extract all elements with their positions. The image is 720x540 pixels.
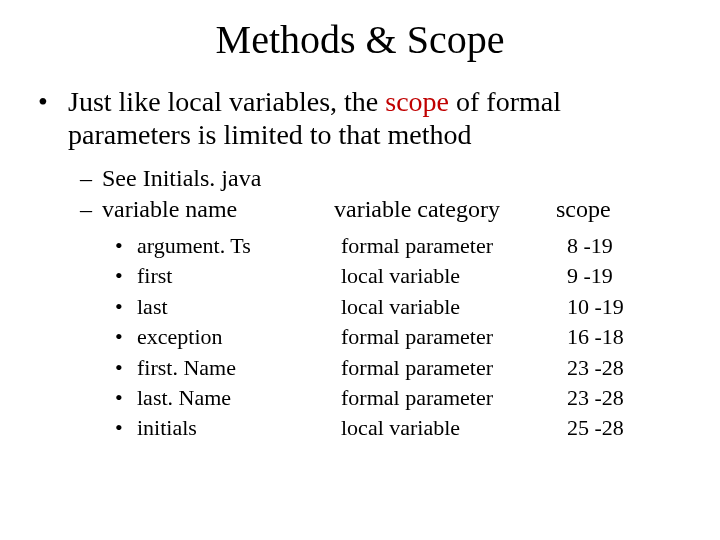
cell-scope: 10 -19 bbox=[567, 292, 657, 322]
cell-scope: 25 -28 bbox=[567, 413, 657, 443]
cell-cat: formal parameter bbox=[329, 322, 567, 352]
cell-scope: 23 -28 bbox=[567, 383, 657, 413]
bullet-dot-icon: • bbox=[115, 353, 137, 383]
cell-name: exception bbox=[137, 322, 329, 352]
cell-cat: local variable bbox=[329, 413, 567, 443]
slide: Methods & Scope • Just like local variab… bbox=[0, 16, 720, 540]
sub1-text: See Initials. java bbox=[102, 165, 261, 192]
bullet-dot-icon: • bbox=[38, 85, 68, 151]
header-scope: scope bbox=[556, 196, 720, 223]
bullet-dot-icon: • bbox=[115, 383, 137, 413]
table-row: • exception formal parameter 16 -18 bbox=[115, 322, 720, 352]
cell-scope: 16 -18 bbox=[567, 322, 657, 352]
scope-word: scope bbox=[385, 86, 449, 117]
slide-title: Methods & Scope bbox=[0, 16, 720, 63]
variable-table: • argument. Ts formal parameter 8 -19 • … bbox=[0, 231, 720, 444]
cell-name: first bbox=[137, 261, 329, 291]
bullet-level1: • Just like local variables, the scope o… bbox=[0, 85, 720, 151]
cell-name: argument. Ts bbox=[137, 231, 329, 261]
cell-scope: 23 -28 bbox=[567, 353, 657, 383]
table-row: • last local variable 10 -19 bbox=[115, 292, 720, 322]
table-header-row: – variable name variable category scope bbox=[80, 196, 720, 223]
bullet-dot-icon: • bbox=[115, 261, 137, 291]
header-category: variable category bbox=[334, 196, 556, 223]
cell-cat: formal parameter bbox=[329, 383, 567, 413]
cell-name: initials bbox=[137, 413, 329, 443]
table-row: • last. Name formal parameter 23 -28 bbox=[115, 383, 720, 413]
sub-bullets: – See Initials. java – variable name var… bbox=[0, 165, 720, 223]
cell-cat: local variable bbox=[329, 292, 567, 322]
bullet-dot-icon: • bbox=[115, 322, 137, 352]
bullet-dot-icon: • bbox=[115, 292, 137, 322]
table-row: • argument. Ts formal parameter 8 -19 bbox=[115, 231, 720, 261]
dash-icon: – bbox=[80, 165, 102, 192]
sub-bullet-see: – See Initials. java bbox=[80, 165, 720, 192]
cell-name: first. Name bbox=[137, 353, 329, 383]
bullet-text: Just like local variables, the scope of … bbox=[68, 85, 720, 151]
bullet-dot-icon: • bbox=[115, 231, 137, 261]
cell-scope: 9 -19 bbox=[567, 261, 657, 291]
table-row: • initials local variable 25 -28 bbox=[115, 413, 720, 443]
bullet-dot-icon: • bbox=[115, 413, 137, 443]
cell-cat: formal parameter bbox=[329, 231, 567, 261]
cell-cat: formal parameter bbox=[329, 353, 567, 383]
cell-scope: 8 -19 bbox=[567, 231, 657, 261]
table-row: • first. Name formal parameter 23 -28 bbox=[115, 353, 720, 383]
cell-name: last bbox=[137, 292, 329, 322]
bullet1-pre: Just like local variables, the bbox=[68, 86, 385, 117]
header-name: variable name bbox=[102, 196, 334, 223]
cell-name: last. Name bbox=[137, 383, 329, 413]
dash-icon: – bbox=[80, 196, 102, 223]
slide-body: • Just like local variables, the scope o… bbox=[0, 85, 720, 444]
cell-cat: local variable bbox=[329, 261, 567, 291]
table-row: • first local variable 9 -19 bbox=[115, 261, 720, 291]
